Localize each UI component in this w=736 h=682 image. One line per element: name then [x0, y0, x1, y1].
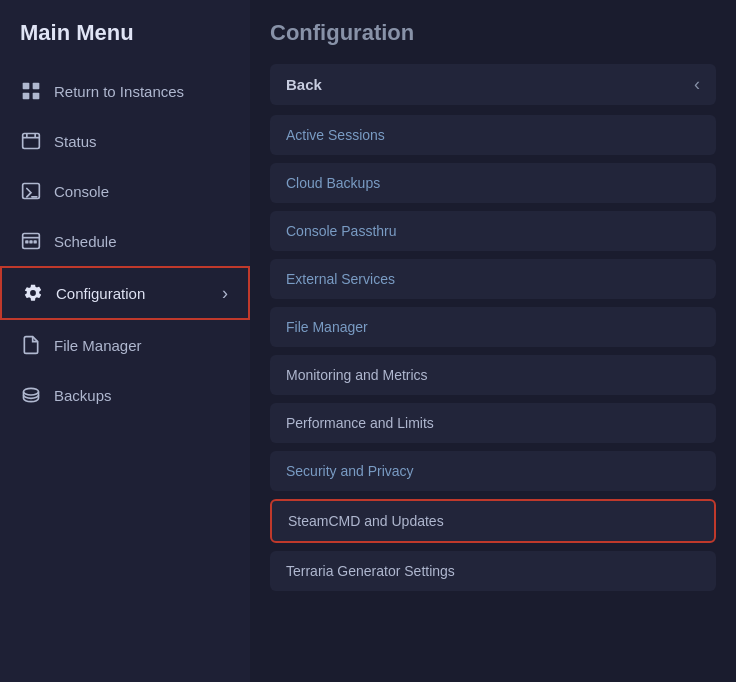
sidebar-item-label-status: Status: [54, 133, 230, 150]
sidebar-item-return-to-instances[interactable]: Return to Instances: [0, 66, 250, 116]
svg-rect-3: [33, 93, 40, 100]
svg-rect-4: [23, 134, 40, 149]
config-item-cloud-backups[interactable]: Cloud Backups: [270, 163, 716, 203]
sidebar-item-label-file-manager: File Manager: [54, 337, 230, 354]
instances-icon: [20, 80, 42, 102]
config-item-terraria-generator-settings[interactable]: Terraria Generator Settings: [270, 551, 716, 591]
config-item-file-manager[interactable]: File Manager: [270, 307, 716, 347]
sidebar-item-configuration[interactable]: Configuration ›: [0, 266, 250, 320]
svg-rect-14: [34, 240, 37, 243]
chevron-right-icon: ›: [222, 283, 228, 304]
svg-rect-0: [23, 83, 30, 90]
sidebar-item-label-configuration: Configuration: [56, 285, 210, 302]
sidebar-item-label-backups: Backups: [54, 387, 230, 404]
panel-title: Configuration: [270, 20, 716, 46]
config-item-external-services[interactable]: External Services: [270, 259, 716, 299]
back-label: Back: [286, 76, 322, 93]
svg-rect-13: [29, 240, 32, 243]
sidebar-item-label-console: Console: [54, 183, 230, 200]
sidebar-item-schedule[interactable]: Schedule: [0, 216, 250, 266]
sidebar-item-label-schedule: Schedule: [54, 233, 230, 250]
sidebar: Main Menu Return to Instances Status Con…: [0, 0, 250, 682]
sidebar-item-label-return: Return to Instances: [54, 83, 230, 100]
sidebar-item-console[interactable]: Console: [0, 166, 250, 216]
svg-rect-1: [33, 83, 40, 90]
config-item-steamcmd-and-updates[interactable]: SteamCMD and Updates: [270, 499, 716, 543]
config-item-console-passthru[interactable]: Console Passthru: [270, 211, 716, 251]
config-item-monitoring-and-metrics[interactable]: Monitoring and Metrics: [270, 355, 716, 395]
config-item-performance-and-limits[interactable]: Performance and Limits: [270, 403, 716, 443]
sidebar-title: Main Menu: [0, 20, 250, 66]
sidebar-item-backups[interactable]: Backups: [0, 370, 250, 420]
chevron-left-icon: ‹: [694, 74, 700, 95]
config-item-security-and-privacy[interactable]: Security and Privacy: [270, 451, 716, 491]
status-icon: [20, 130, 42, 152]
console-icon: [20, 180, 42, 202]
configuration-panel: Configuration Back ‹ Active Sessions Clo…: [250, 0, 736, 682]
config-item-active-sessions[interactable]: Active Sessions: [270, 115, 716, 155]
backups-icon: [20, 384, 42, 406]
svg-rect-2: [23, 93, 30, 100]
svg-rect-12: [25, 240, 28, 243]
configuration-icon: [22, 282, 44, 304]
svg-point-15: [24, 388, 39, 395]
back-button[interactable]: Back ‹: [270, 64, 716, 105]
sidebar-item-status[interactable]: Status: [0, 116, 250, 166]
file-manager-icon: [20, 334, 42, 356]
schedule-icon: [20, 230, 42, 252]
sidebar-item-file-manager[interactable]: File Manager: [0, 320, 250, 370]
